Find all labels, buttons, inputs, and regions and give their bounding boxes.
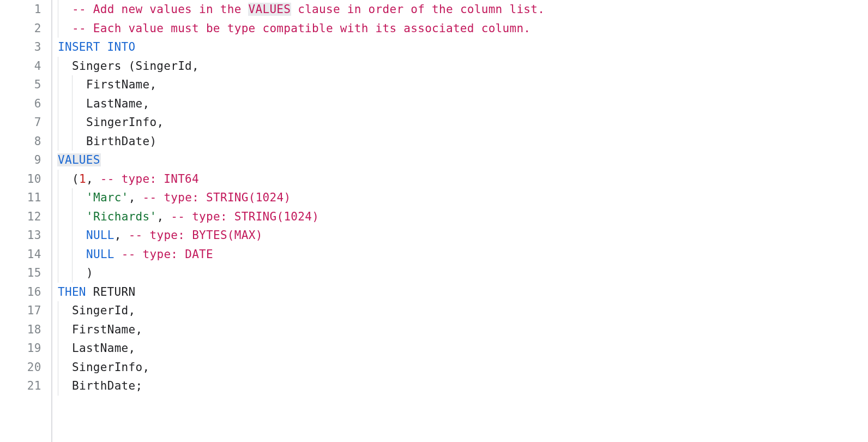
code-token: , — [136, 323, 143, 336]
code-token: -- type: INT64 — [100, 172, 199, 186]
code-token: FirstName — [72, 323, 136, 336]
code-token: -- type: DATE — [122, 248, 213, 261]
code-editor[interactable]: -- Add new values in the VALUES clause i… — [52, 0, 868, 442]
code-text: BirthDate) — [58, 135, 156, 148]
code-token: ; — [136, 379, 143, 392]
code-text: 'Marc', -- type: STRING(1024) — [58, 191, 291, 204]
line-number: 9 — [0, 151, 51, 170]
code-line[interactable]: -- Add new values in the VALUES clause i… — [58, 0, 868, 19]
code-token — [114, 248, 122, 261]
code-token: -- type: STRING(1024) — [143, 191, 291, 204]
code-line[interactable]: Singers (SingerId, — [58, 57, 868, 76]
code-text: -- Add new values in the VALUES clause i… — [58, 3, 545, 16]
code-token: , — [143, 97, 150, 110]
line-number-gutter: 123456789101112131415161718192021 — [0, 0, 52, 442]
code-line[interactable]: INSERT INTO — [58, 38, 868, 57]
indent-guide — [58, 320, 58, 339]
code-line[interactable]: NULL -- type: DATE — [58, 245, 868, 264]
code-token: THEN — [58, 285, 86, 298]
code-token: NULL — [86, 229, 114, 242]
code-token: FirstName — [86, 78, 150, 91]
code-line[interactable]: SingerId, — [58, 301, 868, 320]
line-number: 14 — [0, 245, 51, 264]
code-text: NULL -- type: DATE — [58, 248, 213, 261]
code-token: ( — [72, 172, 79, 186]
indent-guide — [58, 94, 58, 114]
code-token: BirthDate — [86, 135, 150, 148]
code-token: , — [192, 59, 199, 73]
line-number: 13 — [0, 226, 51, 245]
code-token: LastName — [86, 97, 143, 110]
indent-guide — [72, 113, 73, 132]
line-number: 8 — [0, 132, 51, 151]
code-text: FirstName, — [58, 323, 142, 336]
code-line[interactable]: BirthDate; — [58, 377, 868, 396]
code-token: , — [129, 342, 136, 355]
code-line[interactable]: -- Each value must be type compatible wi… — [58, 19, 868, 38]
code-text: 'Richards', -- type: STRING(1024) — [58, 210, 319, 223]
line-number: 16 — [0, 283, 51, 302]
indent-guide — [58, 245, 58, 264]
code-token: , — [142, 361, 149, 374]
code-token: SingerInfo — [86, 116, 156, 129]
line-number: 21 — [0, 377, 51, 396]
indent-guide — [72, 226, 73, 245]
code-token: -- Each value must be type compatible wi… — [72, 22, 531, 35]
indent-guide — [72, 75, 73, 94]
indent-guide — [58, 0, 58, 19]
code-line[interactable]: SingerInfo, — [58, 358, 868, 377]
code-token: , — [129, 304, 136, 317]
code-token: Singers — [72, 59, 129, 73]
code-line[interactable]: FirstName, — [58, 320, 868, 339]
code-token: SingerId — [72, 304, 129, 317]
code-line[interactable]: ) — [58, 264, 868, 283]
code-token: ( — [129, 59, 136, 73]
indent-guide — [58, 75, 58, 94]
indent-guide — [72, 245, 73, 264]
line-number: 2 — [0, 19, 51, 38]
indent-guide — [58, 301, 58, 320]
code-text: NULL, -- type: BYTES(MAX) — [58, 229, 263, 242]
indent-guide — [72, 132, 73, 151]
code-text: SingerInfo, — [58, 361, 149, 374]
indent-guide — [72, 94, 73, 114]
code-token: NULL — [86, 248, 114, 261]
line-number: 15 — [0, 264, 51, 283]
indent-guide — [58, 113, 58, 132]
indent-guide — [58, 339, 58, 358]
code-text: Singers (SingerId, — [58, 59, 199, 73]
code-token: -- type: STRING(1024) — [171, 210, 319, 223]
line-number: 11 — [0, 188, 51, 207]
code-token: , — [150, 78, 157, 91]
indent-guide — [58, 207, 58, 226]
code-text: FirstName, — [58, 78, 156, 91]
code-line[interactable]: (1, -- type: INT64 — [58, 170, 868, 189]
code-token: clause in order of the column list. — [291, 3, 545, 16]
code-token: 'Marc' — [86, 191, 129, 204]
code-line[interactable]: FirstName, — [58, 75, 868, 94]
code-line[interactable]: SingerInfo, — [58, 113, 868, 132]
code-text: (1, -- type: INT64 — [58, 172, 199, 186]
line-number: 20 — [0, 358, 51, 377]
code-line[interactable]: 'Marc', -- type: STRING(1024) — [58, 188, 868, 207]
code-token: ) — [150, 135, 157, 148]
code-line[interactable]: 'Richards', -- type: STRING(1024) — [58, 207, 868, 226]
code-line[interactable]: NULL, -- type: BYTES(MAX) — [58, 226, 868, 245]
code-token: , — [114, 229, 129, 242]
code-text: VALUES — [58, 153, 100, 166]
code-text: BirthDate; — [58, 379, 142, 392]
code-line[interactable]: THEN RETURN — [58, 283, 868, 302]
code-text: ) — [58, 266, 93, 279]
code-token: 'Richards' — [86, 210, 156, 223]
line-number: 5 — [0, 75, 51, 94]
code-token: LastName — [72, 342, 129, 355]
code-line[interactable]: LastName, — [58, 339, 868, 358]
code-token: , — [156, 116, 164, 129]
indent-guide — [58, 358, 58, 377]
code-token: VALUES — [57, 153, 101, 166]
line-number: 12 — [0, 207, 51, 226]
code-line[interactable]: LastName, — [58, 94, 868, 114]
code-line[interactable]: VALUES — [58, 151, 868, 170]
indent-guide — [58, 132, 58, 151]
code-line[interactable]: BirthDate) — [58, 132, 868, 151]
